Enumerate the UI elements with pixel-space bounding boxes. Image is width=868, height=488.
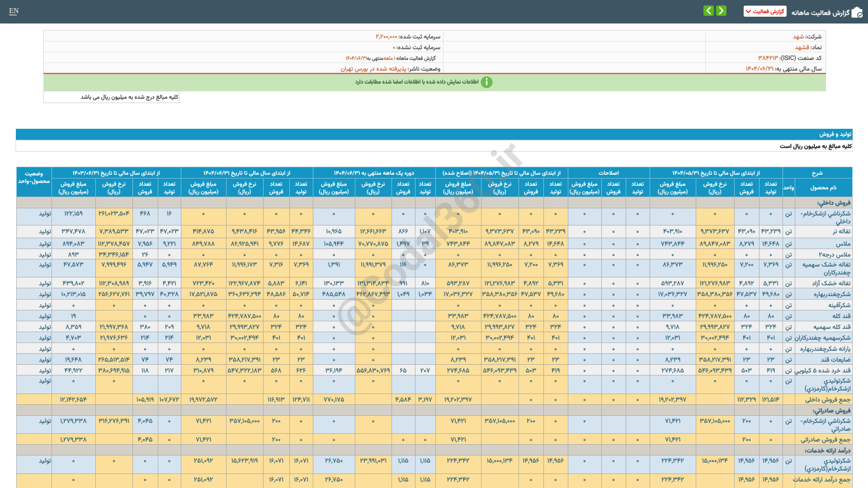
svg-text:EN: EN	[9, 7, 19, 14]
